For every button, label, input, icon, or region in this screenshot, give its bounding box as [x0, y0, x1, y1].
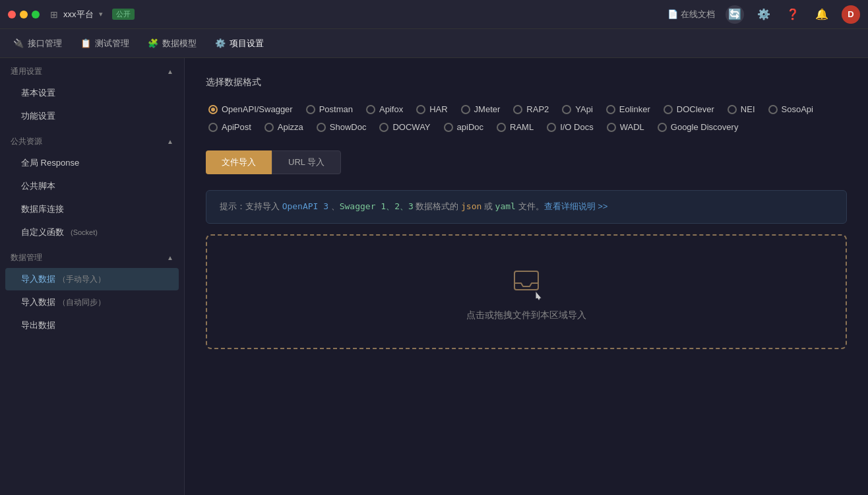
radio-doclever[interactable]: DOClever [661, 102, 725, 117]
nav-project[interactable]: ⚙️ 项目设置 [215, 35, 264, 52]
radio-apifox-label: Apifox [379, 104, 403, 114]
radio-showdoc-input[interactable] [317, 123, 326, 132]
import-tabs: 文件导入 URL 导入 [206, 150, 847, 174]
radio-rap2[interactable]: RAP2 [511, 102, 559, 117]
radio-eolinker-input[interactable] [606, 105, 615, 114]
drop-zone-label: 点击或拖拽文件到本区域导入 [466, 310, 586, 321]
sidebar-item-export[interactable]: 导出数据 [5, 314, 179, 337]
hint-sep1: 、 [328, 201, 340, 211]
radio-har[interactable]: HAR [414, 102, 458, 117]
radio-iodocs-input[interactable] [547, 123, 556, 132]
nav-model-label: 数据模型 [162, 38, 197, 50]
radio-yapi-label: YApi [575, 104, 593, 114]
radio-docway-input[interactable] [379, 123, 388, 132]
radio-docway[interactable]: DOCWAY [377, 119, 441, 135]
hint-link[interactable]: 查看详细说明 >> [544, 201, 608, 211]
radio-jmeter[interactable]: JMeter [458, 102, 511, 117]
radio-showdoc[interactable]: ShowDoc [314, 119, 377, 135]
close-button[interactable] [8, 11, 16, 18]
radio-openapi[interactable]: OpenAPI/Swagger [206, 102, 303, 117]
radio-wadl-input[interactable] [607, 123, 616, 132]
radio-rap2-label: RAP2 [526, 104, 549, 114]
radio-apidoc[interactable]: apiDoc [441, 119, 494, 135]
radio-apidoc-input[interactable] [444, 123, 453, 132]
sidebar-item-basic[interactable]: 基本设置 [5, 82, 179, 104]
tab-file-import[interactable]: 文件导入 [206, 150, 272, 174]
sidebar-item-db-connection[interactable]: 数据库连接 [5, 198, 179, 220]
radio-openapi-label: OpenAPI/Swagger [222, 104, 293, 114]
radio-yapi-input[interactable] [562, 105, 571, 114]
notification-icon[interactable]: 🔔 [813, 5, 831, 24]
sidebar-item-import-manual[interactable]: 导入数据 （手动导入） [5, 268, 179, 290]
sidebar-item-public-script[interactable]: 公共脚本 [5, 175, 179, 197]
chevron-up-icon-2: ▲ [167, 138, 173, 145]
radio-apipost-input[interactable] [208, 123, 218, 132]
radio-eolinker[interactable]: Eolinker [604, 102, 661, 117]
hint-suffix: 文件。 [516, 201, 544, 211]
radio-sosoapi-label: SosoApi [782, 104, 813, 114]
radio-apipost[interactable]: ApiPost [206, 119, 262, 135]
nav-interface[interactable]: 🔌 接口管理 [13, 35, 62, 52]
content-area: 选择数据格式 OpenAPI/Swagger Postman Apifox HA… [185, 58, 868, 495]
sidebar-section-general[interactable]: 通用设置 ▲ [0, 58, 184, 81]
radio-rap2-input[interactable] [513, 105, 522, 114]
main-layout: 通用设置 ▲ 基本设置 功能设置 公共资源 ▲ 全局 Response 公共脚本… [0, 58, 868, 495]
sidebar: 通用设置 ▲ 基本设置 功能设置 公共资源 ▲ 全局 Response 公共脚本… [0, 58, 185, 495]
radio-raml-input[interactable] [497, 123, 506, 132]
radio-docway-label: DOCWAY [392, 122, 430, 132]
chevron-up-icon: ▲ [167, 68, 173, 75]
navbar: 🔌 接口管理 📋 测试管理 🧩 数据模型 ⚙️ 项目设置 [0, 29, 868, 58]
hint-json: json [461, 201, 481, 211]
nav-model[interactable]: 🧩 数据模型 [148, 35, 197, 52]
hint-mid: 数据格式的 [414, 201, 461, 211]
sidebar-item-custom-func[interactable]: 自定义函数 (Socket) [5, 221, 179, 244]
file-drop-zone[interactable]: 点击或拖拽文件到本区域导入 [206, 234, 847, 349]
radio-har-input[interactable] [416, 105, 425, 114]
tab-url-import[interactable]: URL 导入 [272, 150, 341, 174]
sidebar-section-public[interactable]: 公共资源 ▲ [0, 128, 184, 151]
format-row-1: OpenAPI/Swagger Postman Apifox HAR JMete… [206, 102, 847, 117]
sidebar-section-data[interactable]: 数据管理 ▲ [0, 244, 184, 267]
radio-iodocs[interactable]: I/O Docs [544, 119, 604, 135]
help-icon[interactable]: ❓ [784, 5, 802, 24]
radio-apizza[interactable]: Apizza [262, 119, 314, 135]
chevron-down-icon: ▾ [99, 10, 103, 18]
radio-openapi-input[interactable] [208, 105, 218, 114]
sidebar-item-global-response[interactable]: 全局 Response [5, 152, 179, 174]
radio-postman-input[interactable] [306, 105, 315, 114]
radio-nei[interactable]: NEI [725, 102, 766, 117]
radio-apifox-input[interactable] [366, 105, 375, 114]
minimize-button[interactable] [20, 11, 28, 18]
nav-test[interactable]: 📋 测试管理 [80, 35, 129, 52]
radio-doclever-label: DOClever [677, 104, 714, 114]
sidebar-item-feature[interactable]: 功能设置 [5, 105, 179, 127]
radio-wadl[interactable]: WADL [604, 119, 655, 135]
avatar[interactable]: D [842, 5, 860, 24]
radio-iodocs-label: I/O Docs [560, 122, 594, 132]
app-icon: ⊞ [50, 9, 58, 20]
radio-apizza-label: Apizza [278, 122, 303, 132]
radio-raml[interactable]: RAML [494, 119, 544, 135]
settings-icon[interactable]: ⚙️ [755, 5, 773, 24]
radio-sosoapi-input[interactable] [768, 105, 778, 114]
socket-badge: (Socket) [71, 228, 98, 236]
app-name[interactable]: xxx平台 [63, 9, 94, 20]
sync-button[interactable]: 🔄 [726, 5, 744, 24]
radio-doclever-input[interactable] [664, 105, 673, 114]
radio-apipost-label: ApiPost [222, 122, 251, 132]
radio-nei-input[interactable] [728, 105, 737, 114]
radio-jmeter-input[interactable] [461, 105, 470, 114]
radio-yapi[interactable]: YApi [559, 102, 604, 117]
radio-eolinker-label: Eolinker [619, 104, 650, 114]
maximize-button[interactable] [32, 11, 40, 18]
radio-postman[interactable]: Postman [303, 102, 363, 117]
radio-sosoapi[interactable]: SosoApi [766, 102, 824, 117]
online-doc-button[interactable]: 📄 在线文档 [667, 9, 715, 20]
radio-apifox[interactable]: Apifox [363, 102, 414, 117]
hint-yaml: yaml [495, 201, 516, 211]
radio-apizza-input[interactable] [264, 123, 274, 132]
radio-google-input[interactable] [658, 123, 667, 132]
test-icon: 📋 [80, 38, 91, 48]
sidebar-item-import-auto[interactable]: 导入数据 （自动同步） [5, 291, 179, 314]
radio-google[interactable]: Google Discovery [655, 119, 749, 135]
